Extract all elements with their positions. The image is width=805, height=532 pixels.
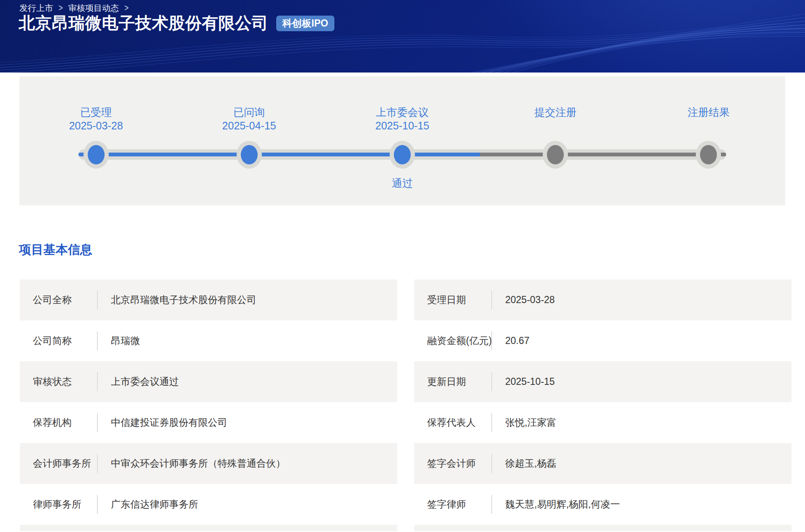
- info-label: 会计师事务所: [20, 457, 97, 470]
- info-row: 审核状态 上市委会议通过: [20, 361, 397, 402]
- info-row: 律师事务所 广东信达律师事务所: [20, 484, 397, 525]
- info-table-left: 公司全称 北京昂瑞微电子技术股份有限公司 公司简称 昂瑞微 审核状态 上市委会议…: [20, 279, 397, 531]
- timeline-step-dot: [88, 145, 105, 164]
- info-value: 中信建投证券股份有限公司: [98, 416, 227, 429]
- chevron-right-icon: >: [59, 3, 63, 13]
- info-value: 张悦,汪家富: [492, 416, 556, 429]
- timeline-step: 已受理 2025-03-28: [19, 76, 172, 205]
- info-label: 受理日期: [414, 293, 491, 306]
- timeline-step: 提交注册: [479, 76, 632, 205]
- info-row-partial: [414, 525, 792, 531]
- timeline-step-dot: [394, 145, 411, 164]
- step-date: 2025-04-15: [222, 119, 276, 133]
- page-title: 北京昂瑞微电子技术股份有限公司: [19, 14, 269, 32]
- info-value: 2025-03-28: [492, 294, 555, 306]
- info-label: 保荐代表人: [414, 416, 491, 429]
- info-label: 公司简称: [20, 334, 97, 347]
- info-label: 签字律师: [414, 498, 491, 511]
- info-row-partial: [20, 525, 397, 531]
- title-row: 北京昂瑞微电子技术股份有限公司 科创板IPO: [19, 14, 334, 32]
- info-value: 广东信达律师事务所: [98, 498, 198, 511]
- info-table-right: 受理日期 2025-03-28 融资金额(亿元) 20.67 更新日期 2025…: [414, 279, 792, 531]
- timeline-step: 已问询 2025-04-15: [172, 76, 326, 205]
- info-value: 20.67: [492, 335, 530, 347]
- info-value: 北京昂瑞微电子技术股份有限公司: [98, 293, 256, 306]
- breadcrumb: 发行上市 > 审核项目动态 >: [19, 3, 129, 14]
- breadcrumb-link-issuance[interactable]: 发行上市: [19, 3, 53, 14]
- step-label: 注册结果: [687, 105, 730, 119]
- info-grid: 公司全称 北京昂瑞微电子技术股份有限公司 公司简称 昂瑞微 审核状态 上市委会议…: [20, 279, 792, 531]
- timeline-step: 注册结果: [632, 76, 785, 205]
- timeline-step: 上市委会议 2025-10-15 通过: [326, 76, 479, 205]
- info-label: 更新日期: [414, 375, 491, 388]
- info-row: 会计师事务所 中审众环会计师事务所（特殊普通合伙）: [20, 443, 397, 484]
- timeline-step-dot: [700, 145, 717, 164]
- info-row: 更新日期 2025-10-15: [414, 361, 792, 402]
- section-title: 项目基本信息: [19, 242, 805, 258]
- step-date: 2025-10-15: [375, 119, 429, 133]
- timeline-panel: 已受理 2025-03-28 已问询 2025-04-15 上市委会议 2025…: [19, 76, 785, 205]
- info-value: 中审众环会计师事务所（特殊普通合伙）: [98, 457, 285, 470]
- board-badge: 科创板IPO: [276, 16, 335, 31]
- info-row: 公司全称 北京昂瑞微电子技术股份有限公司: [20, 279, 397, 320]
- step-label: 提交注册: [534, 105, 576, 119]
- info-row: 签字律师 魏天慧,易明辉,杨阳,何凌一: [414, 484, 792, 525]
- info-label: 签字会计师: [414, 457, 491, 470]
- info-value: 昂瑞微: [98, 334, 140, 347]
- info-row: 签字会计师 徐超玉,杨磊: [414, 443, 792, 484]
- info-label: 融资金额(亿元): [414, 334, 491, 347]
- info-label: 保荐机构: [20, 416, 97, 429]
- info-row: 公司简称 昂瑞微: [20, 320, 397, 361]
- step-date: 2025-03-28: [69, 119, 123, 133]
- step-label: 上市委会议: [376, 105, 429, 119]
- step-label: 已问询: [233, 105, 265, 119]
- step-note: 通过: [392, 177, 413, 189]
- info-row: 保荐机构 中信建投证券股份有限公司: [20, 402, 397, 443]
- info-label: 审核状态: [20, 375, 97, 388]
- info-value: 魏天慧,易明辉,杨阳,何凌一: [492, 498, 620, 511]
- info-value: 上市委会议通过: [98, 375, 179, 388]
- timeline-steps: 已受理 2025-03-28 已问询 2025-04-15 上市委会议 2025…: [19, 76, 785, 205]
- info-label: 律师事务所: [20, 498, 97, 511]
- timeline-step-dot: [241, 145, 258, 164]
- step-label: 已受理: [80, 105, 112, 119]
- info-value: 2025-10-15: [492, 376, 555, 387]
- page-header: 发行上市 > 审核项目动态 > 北京昂瑞微电子技术股份有限公司 科创板IPO: [0, 0, 805, 73]
- info-row: 融资金额(亿元) 20.67: [414, 320, 792, 361]
- info-value: 徐超玉,杨磊: [492, 457, 556, 470]
- timeline-step-dot: [547, 145, 564, 164]
- info-row: 保荐代表人 张悦,汪家富: [414, 402, 792, 443]
- chevron-right-icon: >: [124, 3, 129, 13]
- info-label: 公司全称: [20, 293, 97, 306]
- breadcrumb-link-review-dynamics[interactable]: 审核项目动态: [68, 3, 119, 14]
- info-row: 受理日期 2025-03-28: [414, 279, 792, 320]
